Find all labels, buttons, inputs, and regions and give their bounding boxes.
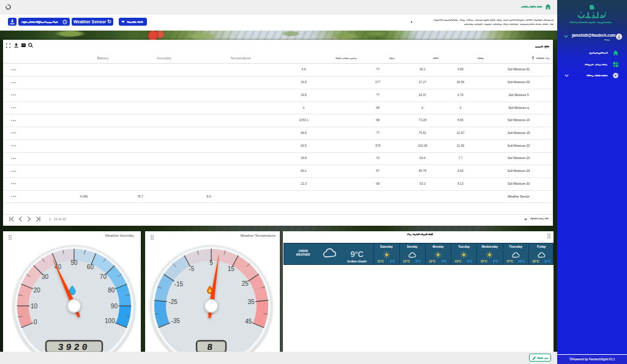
svg-text:30: 30 [42, 273, 49, 280]
svg-text:100: 100 [105, 318, 115, 324]
svg-text:80: 80 [108, 287, 115, 294]
svg-text:20: 20 [34, 287, 41, 294]
svg-text:60: 60 [87, 264, 94, 270]
svg-text:90: 90 [111, 303, 118, 310]
svg-text:25: 25 [242, 280, 249, 287]
svg-text:70: 70 [100, 273, 107, 280]
svg-text:0: 0 [34, 319, 37, 325]
svg-text:50: 50 [70, 259, 78, 266]
svg-text:-15: -15 [175, 281, 184, 288]
svg-text:35: 35 [248, 299, 255, 305]
svg-text:15: 15 [228, 266, 235, 272]
svg-text:5: 5 [209, 259, 213, 266]
svg-text:45: 45 [245, 318, 252, 325]
svg-text:-5: -5 [189, 266, 194, 272]
svg-text:8: 8 [206, 342, 216, 352]
svg-text:-25: -25 [168, 299, 178, 305]
svg-text:10: 10 [31, 303, 38, 310]
svg-text:-35: -35 [171, 318, 180, 324]
svg-text:3920: 3920 [58, 342, 91, 352]
